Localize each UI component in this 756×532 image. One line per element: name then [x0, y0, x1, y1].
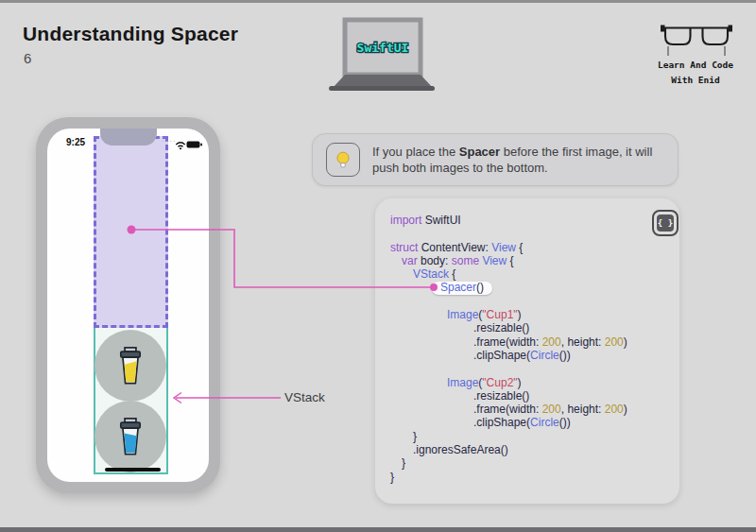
brand-tagline-line1: Learn And Code — [639, 60, 752, 70]
code-token: .ignoresSafeArea() — [413, 443, 508, 456]
code-token: .clipShape( — [473, 416, 530, 429]
code-token: View — [491, 241, 516, 254]
status-bar-time: 9:25 — [55, 137, 96, 147]
code-token: VStack — [413, 267, 449, 281]
vstack-label: VStack — [284, 390, 325, 404]
code-token: { — [449, 267, 455, 281]
code-token: } — [402, 456, 405, 470]
code-token: ) — [624, 335, 627, 349]
laptop-label: SwiftUI — [357, 41, 409, 55]
code-token: some — [452, 254, 483, 267]
code-token: 200 — [542, 335, 561, 349]
code-token: 200 — [605, 403, 624, 416]
code-token: SwiftUI — [425, 214, 461, 227]
code-line: .ignoresSafeArea() — [390, 443, 674, 456]
code-token: , height: — [561, 403, 605, 416]
code-token: { — [516, 241, 523, 254]
code-token: , height: — [561, 335, 605, 349]
laptop-swiftui-logo: SwiftUI — [327, 17, 437, 93]
code-line: .frame(width: 200, height: 200) — [390, 335, 674, 349]
code-line: } — [390, 471, 674, 484]
code-line: .clipShape(Circle()) — [390, 416, 674, 429]
code-token: body: — [421, 254, 452, 267]
code-line: .resizable() — [390, 321, 674, 335]
bottom-border-strip — [0, 527, 756, 532]
code-token: ContentView — [421, 241, 486, 254]
page-title: Understanding Spacer — [23, 23, 238, 45]
code-token: ) — [518, 376, 522, 389]
lightbulb-icon — [333, 149, 353, 170]
brand-tagline-line2: With Enid — [639, 75, 752, 85]
code-token: Image — [447, 376, 478, 389]
code-line: } — [390, 456, 674, 470]
code-lines: import SwiftUIstruct ContentView: View {… — [390, 214, 674, 484]
code-line — [390, 227, 674, 240]
code-token: struct — [390, 241, 421, 254]
code-line: } — [390, 430, 674, 443]
code-token: .frame(width: — [473, 403, 542, 416]
slide-number: 6 — [24, 50, 31, 66]
top-border-strip — [0, 0, 756, 3]
cup1-icon — [114, 346, 146, 386]
code-line: .frame(width: 200, height: 200) — [390, 403, 674, 416]
code-line: struct ContentView: View { — [390, 241, 674, 254]
code-token: var — [402, 254, 421, 267]
code-token: Spacer — [440, 281, 476, 294]
code-token: ) — [518, 308, 522, 321]
code-token: import — [390, 214, 425, 227]
phone-notch — [100, 129, 157, 146]
code-token: Image — [447, 308, 478, 321]
spacer-highlight-region — [94, 136, 168, 328]
tip-text: If you place the Spacer before the first… — [372, 144, 664, 177]
code-line — [390, 362, 674, 375]
code-line — [390, 295, 674, 308]
code-token: .resizable() — [473, 321, 529, 335]
home-indicator — [105, 468, 161, 472]
code-token: Circle — [530, 416, 559, 429]
spacer-highlight-pill: Spacer() — [432, 282, 492, 295]
code-token: "Cup1" — [482, 308, 517, 321]
code-line: var body: some View { — [390, 254, 674, 267]
code-line: Spacer() — [390, 281, 674, 294]
code-token: () — [476, 281, 484, 294]
code-token: } — [390, 471, 394, 484]
code-token: ()) — [559, 349, 571, 362]
code-token: 200 — [605, 335, 624, 349]
cup2-icon — [114, 417, 146, 456]
code-token: } — [413, 430, 417, 443]
tip-callout: If you place the Spacer before the first… — [312, 133, 679, 186]
code-token: Circle — [530, 349, 559, 362]
code-line: VStack { — [390, 267, 674, 281]
code-token: ()) — [559, 416, 571, 429]
lightbulb-badge — [326, 143, 360, 177]
code-token: 200 — [542, 403, 561, 416]
battery-icon — [186, 141, 203, 148]
code-token: { — [507, 254, 513, 267]
code-token: .resizable() — [473, 389, 529, 403]
code-token: View — [482, 254, 507, 267]
code-line: Image("Cup2") — [390, 376, 674, 389]
code-token: "Cup2" — [482, 376, 517, 389]
code-line: Image("Cup1") — [390, 308, 674, 321]
code-token: .clipShape( — [473, 349, 530, 362]
code-line: .clipShape(Circle()) — [390, 349, 674, 362]
code-token: ) — [624, 403, 627, 416]
code-line: .resizable() — [390, 389, 674, 403]
code-line: import SwiftUI — [390, 214, 674, 227]
tip-text-before: If you place the — [372, 145, 459, 159]
wifi-icon — [175, 141, 186, 150]
tip-text-bold: Spacer — [459, 145, 500, 159]
code-token: .frame(width: — [473, 335, 542, 349]
glasses-icon — [661, 23, 732, 59]
